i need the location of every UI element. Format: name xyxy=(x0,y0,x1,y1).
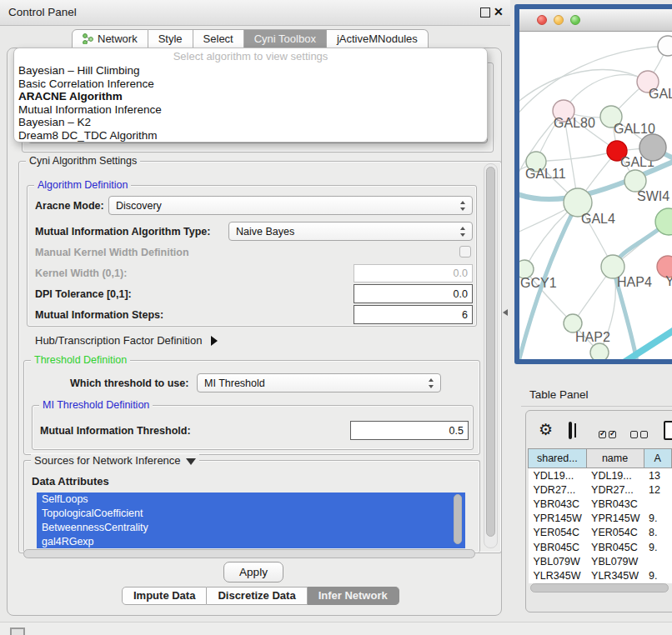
node-table: shared...nameAYDL19...YDL19...13YDR27...… xyxy=(528,448,672,583)
zoom-traffic-icon[interactable] xyxy=(570,15,580,25)
mi-type-combo[interactable]: Naive Bayes xyxy=(228,222,473,241)
table-cell: YBR043C xyxy=(586,497,644,511)
algorithm-option[interactable]: Dream8 DC_TDC Algorithm xyxy=(14,129,487,142)
bottom-tab-discretize-data[interactable]: Discretize Data xyxy=(207,587,307,605)
network-node[interactable] xyxy=(639,134,666,161)
mi-threshold-title: MI Threshold Definition xyxy=(39,399,153,411)
manual-kernel-checkbox[interactable] xyxy=(459,246,471,258)
apply-button[interactable]: Apply xyxy=(223,562,283,582)
algorithm-option[interactable]: ARACNE Algorithm xyxy=(14,90,487,103)
apply-button-label: Apply xyxy=(239,566,268,578)
attribute-item[interactable]: BetweennessCentrality xyxy=(37,521,465,535)
kernel-width-label: Kernel Width (0,1): xyxy=(35,268,127,279)
page-icon[interactable] xyxy=(664,421,672,440)
node-label: SWI4 xyxy=(637,189,669,203)
stepper-icon xyxy=(459,201,467,211)
column-view-icon[interactable] xyxy=(569,422,572,439)
splitter-collapse-icon[interactable] xyxy=(503,309,508,316)
node-label: GAL11 xyxy=(525,167,566,181)
mi-steps-label: Mutual Information Steps: xyxy=(35,309,163,321)
table-cell: YDL19... xyxy=(529,468,587,483)
column-header-A[interactable]: A xyxy=(644,449,671,468)
hub-definition-toggle[interactable]: Hub/Transcription Factor Definition xyxy=(35,332,218,348)
close-traffic-icon[interactable] xyxy=(537,15,547,25)
unchecked-box-icon xyxy=(640,431,648,438)
table-row[interactable]: YDR27...YDR27...12 xyxy=(529,482,672,497)
table-cell: YBR043C xyxy=(529,497,587,511)
table-cell: YLR345W xyxy=(586,568,644,582)
expanded-arrow-icon xyxy=(186,458,196,465)
dpi-tolerance-field[interactable]: 0.0 xyxy=(354,284,473,303)
node-label: GAL xyxy=(649,87,672,101)
settings-scrollbar[interactable] xyxy=(484,163,498,548)
mi-threshold-field[interactable]: 0.5 xyxy=(350,421,469,440)
control-panel-title: Control Panel xyxy=(8,6,77,18)
manual-kernel-label: Manual Kernel Width Definition xyxy=(35,247,189,258)
threshold-definition-title: Threshold Definition xyxy=(31,354,130,366)
algorithm-option[interactable]: Bayesian – K2 xyxy=(14,116,487,129)
node-label: HAP4 xyxy=(617,275,652,289)
table-row[interactable]: YLR345WYLR345W9. xyxy=(529,568,672,582)
sources-title[interactable]: Sources for Network Inference xyxy=(31,454,199,467)
tab-label: Network xyxy=(98,30,138,48)
table-row[interactable]: YBR045CYBR045C9. xyxy=(529,540,672,554)
gear-icon[interactable]: ⚙ xyxy=(539,422,553,438)
table-row[interactable]: YPR145WYPR145W9. xyxy=(529,512,672,526)
tab-style[interactable]: Style xyxy=(148,29,193,48)
table-cell: YBL079W xyxy=(586,554,644,568)
table-cell: 9. xyxy=(644,512,671,526)
table-row[interactable]: YBL079WYBL079W xyxy=(529,554,672,568)
which-threshold-combo[interactable]: MI Threshold xyxy=(197,373,441,392)
bottom-tab-impute-data[interactable]: Impute Data xyxy=(122,587,207,605)
dock-icon[interactable] xyxy=(10,628,25,635)
aracne-mode-value: Discovery xyxy=(116,200,162,212)
column-header-name[interactable]: name xyxy=(586,449,644,468)
collapsed-arrow-icon xyxy=(211,336,218,346)
minimize-traffic-icon[interactable] xyxy=(554,15,564,25)
algorithm-option[interactable]: Mutual Information Inference xyxy=(14,103,487,117)
tab-label: Cyni Toolbox xyxy=(254,30,316,48)
kernel-width-field[interactable]: 0.0 xyxy=(354,264,473,282)
stepper-icon xyxy=(459,227,467,237)
which-threshold-label: Which threshold to use: xyxy=(70,378,188,389)
close-icon[interactable]: ✕ xyxy=(494,4,504,19)
table-row[interactable]: YDL19...YDL19...13 xyxy=(529,468,672,483)
node-label: HAP2 xyxy=(575,330,610,344)
status-bar xyxy=(0,622,672,635)
tab-network[interactable]: Network xyxy=(72,29,148,48)
bottom-tab-infer-network[interactable]: Infer Network xyxy=(308,587,399,605)
table-hscrollbar[interactable] xyxy=(530,583,669,592)
attribute-item[interactable]: TopologicalCoefficient xyxy=(37,507,465,521)
settings-hscrollbar[interactable] xyxy=(23,549,475,558)
tab-select[interactable]: Select xyxy=(193,29,244,48)
dpi-tolerance-label: DPI Tolerance [0,1]: xyxy=(35,288,132,300)
which-threshold-value: MI Threshold xyxy=(204,378,265,389)
network-node[interactable] xyxy=(590,343,609,359)
attributes-scrollbar[interactable] xyxy=(453,493,463,547)
mi-steps-field[interactable]: 6 xyxy=(354,305,473,324)
show-columns-icon[interactable] xyxy=(599,427,616,442)
network-canvas[interactable]: GALGAL80GAL10GAL1GAL11SWI4GAL4GCY1HAP4YH… xyxy=(519,31,672,359)
table-row[interactable]: YER054CYER054C8. xyxy=(529,526,672,540)
algorithm-option[interactable]: Bayesian – Hill Climbing xyxy=(14,64,487,78)
algorithm-option[interactable]: Basic Correlation Inference xyxy=(14,78,487,91)
cyni-settings-title: Cyni Algorithm Settings xyxy=(26,155,140,167)
node-label: GAL10 xyxy=(614,122,655,136)
aracne-mode-combo[interactable]: Discovery xyxy=(108,196,473,215)
tab-cyni-toolbox[interactable]: Cyni Toolbox xyxy=(244,29,327,48)
network-node[interactable] xyxy=(658,36,672,56)
float-window-icon[interactable] xyxy=(480,8,490,18)
hide-columns-icon[interactable] xyxy=(630,427,648,442)
data-attributes-list[interactable]: SelfLoopsTopologicalCoefficientBetweenne… xyxy=(37,492,465,548)
table-cell: 12 xyxy=(644,482,671,497)
table-cell: YER054C xyxy=(586,526,644,540)
checked-box-icon xyxy=(609,431,616,438)
attribute-item[interactable]: SelfLoops xyxy=(37,492,465,507)
tab-label: Style xyxy=(158,30,183,48)
algorithm-definition-title: Algorithm Definition xyxy=(34,179,131,191)
mi-steps-value: 6 xyxy=(462,309,468,321)
attribute-item[interactable]: gal4RGexp xyxy=(37,535,465,548)
tab-jactivemnodules[interactable]: jActiveMNodules xyxy=(327,29,429,48)
column-header-shared[interactable]: shared... xyxy=(529,449,587,468)
table-row[interactable]: YBR043CYBR043C xyxy=(529,497,672,511)
